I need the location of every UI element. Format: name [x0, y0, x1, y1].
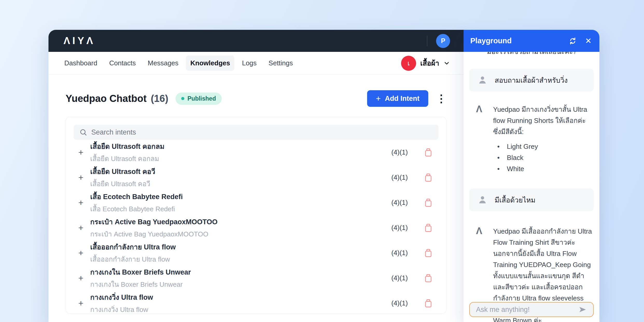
- intent-title: กางเกงใน Boxer Briefs Unwear: [90, 267, 191, 278]
- delete-intent-button[interactable]: [422, 197, 434, 209]
- intent-text: เสื้อยืด Ultrasoft คอกลม เสื้อยืด Ultras…: [90, 141, 164, 164]
- intent-text: เสื้อยืด Ultrasoft คอวี เสื้อยืด Ultraso…: [90, 166, 155, 189]
- intent-row[interactable]: + เสื้อ Ecotech Babytee Redefi เสื้อ Eco…: [74, 190, 438, 215]
- intent-text: กางเกงใน Boxer Briefs Unwear กางเกงใน Bo…: [90, 267, 191, 290]
- playground-actions: ✕: [568, 36, 592, 46]
- trash-icon: [423, 198, 433, 208]
- chevron-down-icon: [443, 60, 450, 67]
- expand-plus-icon[interactable]: +: [78, 223, 90, 233]
- delete-intent-button[interactable]: [422, 272, 434, 284]
- delete-intent-button[interactable]: [422, 247, 434, 259]
- chat-input-bar[interactable]: [469, 302, 594, 317]
- bullet-item: • Black: [497, 152, 594, 163]
- intent-row[interactable]: + เสื้อออกกำลังกาย Ultra flow เสื้อออกกำ…: [74, 240, 438, 265]
- user-avatar[interactable]: P: [436, 34, 450, 48]
- bullet-icon: •: [497, 141, 500, 152]
- desktop-background: ΛIYΛ P Dashboard Contacts Messages Knowl…: [0, 0, 644, 322]
- intent-title: เสื้อยืด Ultrasoft คอวี: [90, 166, 155, 177]
- tab-settings[interactable]: Settings: [264, 55, 297, 71]
- bot-avatar-icon: Λ: [476, 104, 487, 174]
- page-header: Yuedpao Chatbot (16) Published + Add Int…: [66, 90, 446, 107]
- status-dot-icon: [181, 97, 184, 100]
- expand-plus-icon[interactable]: +: [78, 298, 90, 308]
- bullet-icon: •: [497, 152, 500, 163]
- tab-knowledges[interactable]: Knowledges: [186, 55, 234, 71]
- intent-subtitle: กางเกงใน Boxer Briefs Unwear: [90, 279, 191, 290]
- user-message-text: สอบถามเสื้อผ้าสำหรับวิ่ง: [495, 75, 568, 86]
- person-icon: [477, 194, 488, 205]
- bot-message-body: Yuedpao มีกางเกงวิ่งขาสั้น Ultra flow Ru…: [493, 104, 594, 174]
- playground-header: Playground ✕: [464, 30, 599, 52]
- navbar-right-cluster: P: [427, 34, 450, 48]
- intent-text: เสื้อออกกำลังกาย Ultra flow เสื้อออกกำลั…: [90, 241, 176, 264]
- bot-bullet-list: • Light Grey • Black • White: [493, 141, 594, 174]
- tab-contacts[interactable]: Contacts: [105, 55, 140, 71]
- add-intent-button[interactable]: + Add Intent: [367, 90, 428, 107]
- refresh-button[interactable]: [568, 36, 577, 46]
- tab-logs[interactable]: Logs: [237, 55, 261, 71]
- main-nav-tabs: Dashboard Contacts Messages Knowledges L…: [48, 52, 464, 75]
- tab-messages[interactable]: Messages: [143, 55, 183, 71]
- person-icon: [477, 75, 488, 86]
- expand-plus-icon[interactable]: +: [78, 172, 90, 183]
- clipped-message: มีอะไรให้ช่วยถามได้เลยนะคะ?: [469, 52, 594, 56]
- close-icon[interactable]: ✕: [585, 36, 592, 45]
- intent-counts: (4)(1): [391, 148, 408, 156]
- intent-row[interactable]: + กางเกงวิ่ง Ultra flow กางเกงวิ่ง Ultra…: [74, 291, 438, 316]
- search-input[interactable]: [91, 128, 433, 136]
- bullet-icon: •: [497, 163, 500, 174]
- trash-icon: [423, 248, 433, 258]
- account-menu[interactable]: เ เสื้อผ้า: [401, 56, 450, 71]
- bot-message: Λ Yuedpao มีกางเกงวิ่งขาสั้น Ultra flow …: [469, 104, 594, 174]
- chat-input[interactable]: [476, 306, 575, 314]
- expand-plus-icon[interactable]: +: [78, 248, 90, 258]
- intent-row[interactable]: + เสื้อยืด Ultrasoft คอกลม เสื้อยืด Ultr…: [74, 140, 438, 165]
- playground-chat: มีอะไรให้ช่วยถามได้เลยนะคะ? สอบถามเสื้อผ…: [464, 52, 599, 322]
- intents-card: + เสื้อยืด Ultrasoft คอกลม เสื้อยืด Ultr…: [66, 117, 446, 314]
- intent-title: เสื้อออกกำลังกาย Ultra flow: [90, 241, 176, 253]
- intent-counts: (4)(1): [391, 199, 408, 207]
- delete-intent-button[interactable]: [422, 146, 434, 158]
- aiya-logo: ΛIYΛ: [64, 35, 95, 46]
- expand-plus-icon[interactable]: +: [78, 198, 90, 208]
- search-icon: [79, 128, 87, 136]
- intent-row[interactable]: + เสื้อยืด Ultrasoft คอวี เสื้อยืด Ultra…: [74, 165, 438, 190]
- bullet-item: • Light Grey: [497, 141, 594, 152]
- intent-title: กางเกงวิ่ง Ultra flow: [90, 292, 153, 303]
- send-icon: [578, 305, 587, 314]
- delete-intent-button[interactable]: [422, 297, 434, 309]
- status-label: Published: [187, 95, 216, 102]
- expand-plus-icon[interactable]: +: [78, 147, 90, 157]
- playground-panel: Playground ✕ มีอะไรให้ช่วยถามได้เลยนะคะ?: [464, 30, 599, 322]
- delete-intent-button[interactable]: [422, 172, 434, 184]
- intent-subtitle: เสื้อออกกำลังกาย Ultra flow: [90, 254, 176, 264]
- plus-icon: +: [376, 94, 381, 103]
- intent-row[interactable]: + กระเป๋า Active Bag YuedpaoxMOOTOO กระเ…: [74, 215, 438, 240]
- account-label: เสื้อผ้า: [420, 58, 439, 69]
- expand-plus-icon[interactable]: +: [78, 273, 90, 283]
- kebab-menu-icon[interactable]: ⋮: [436, 93, 446, 104]
- bot-message-text: Yuedpao มีกางเกงวิ่งขาสั้น Ultra flow Ru…: [493, 104, 594, 137]
- intent-counts: (4)(1): [391, 173, 408, 181]
- account-avatar[interactable]: เ: [401, 56, 416, 71]
- delete-intent-button[interactable]: [422, 222, 434, 234]
- intent-counts: (4)(1): [391, 224, 408, 232]
- page-title: Yuedpao Chatbot: [66, 93, 146, 104]
- status-badge: Published: [176, 93, 222, 105]
- intent-text: กางเกงวิ่ง Ultra flow กางเกงวิ่ง Ultra f…: [90, 292, 153, 315]
- search-bar[interactable]: [74, 125, 438, 140]
- send-button[interactable]: [578, 305, 587, 314]
- intent-row[interactable]: + กางเกงใน Boxer Briefs Unwear กางเกงใน …: [74, 265, 438, 291]
- bullet-item: • White: [497, 163, 594, 174]
- user-message: สอบถามเสื้อผ้าสำหรับวิ่ง: [469, 69, 594, 92]
- intent-subtitle: เสื้อยืด Ultrasoft คอกลม: [90, 153, 164, 164]
- trash-icon: [423, 273, 433, 283]
- intent-counts: (4)(1): [391, 249, 408, 257]
- user-message-text: มีเสื้อด้วยไหม: [495, 194, 535, 206]
- add-intent-label: Add Intent: [385, 95, 419, 103]
- intent-counts: (4)(1): [391, 274, 408, 282]
- tab-dashboard[interactable]: Dashboard: [60, 55, 102, 71]
- refresh-icon: [568, 36, 577, 46]
- intent-subtitle: เสื้อ Ecotech Babytee Redefi: [90, 204, 183, 214]
- user-message: มีเสื้อด้วยไหม: [469, 188, 594, 211]
